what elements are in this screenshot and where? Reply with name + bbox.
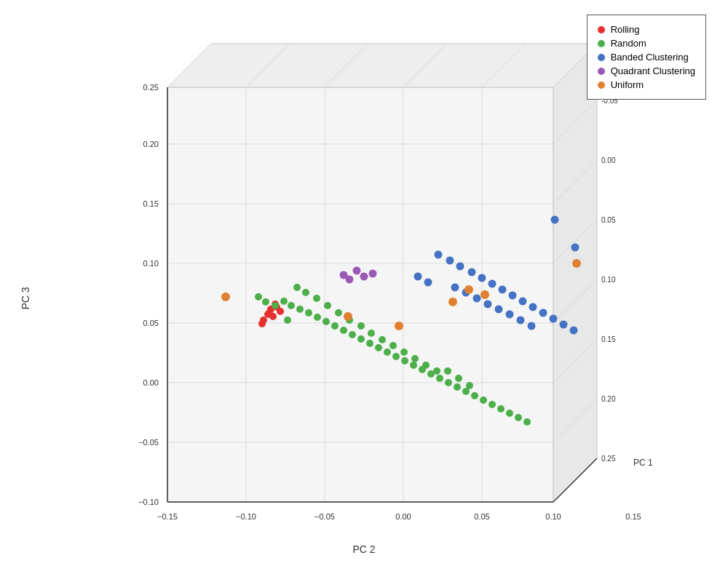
legend-dot-random [598, 40, 605, 47]
point-random [375, 344, 382, 351]
svg-text:0.00: 0.00 [395, 512, 411, 521]
point-quadrant [369, 270, 377, 278]
svg-marker-3 [553, 44, 597, 502]
svg-text:0.15: 0.15 [143, 199, 159, 208]
point-random [466, 382, 473, 389]
point-banded [435, 251, 443, 259]
svg-text:−0.10: −0.10 [138, 498, 159, 506]
legend-dot-uniform [598, 81, 605, 89]
svg-text:0.05: 0.05 [601, 216, 616, 224]
svg-text:0.25: 0.25 [601, 455, 616, 463]
point-uniform [480, 290, 489, 299]
point-random [288, 302, 295, 309]
svg-text:0.10: 0.10 [545, 512, 561, 521]
point-banded [539, 309, 547, 317]
point-banded [528, 322, 536, 330]
point-random [324, 302, 331, 309]
point-random [335, 309, 342, 316]
svg-text:0.00: 0.00 [601, 156, 616, 164]
svg-text:0.15: 0.15 [601, 335, 616, 343]
point-random [400, 348, 408, 356]
legend-dot-banded [598, 54, 605, 61]
point-random [323, 318, 330, 325]
point-quadrant [346, 276, 354, 284]
point-random [392, 353, 400, 360]
legend: Rolling Random Banded Clustering Quadran… [587, 15, 706, 100]
point-banded [424, 279, 432, 287]
legend-label-rolling: Rolling [611, 24, 640, 35]
point-random [357, 322, 365, 330]
point-banded [414, 273, 422, 281]
point-banded [478, 274, 486, 282]
legend-item-uniform: Uniform [598, 79, 695, 90]
point-banded [484, 300, 492, 308]
point-random [349, 331, 356, 338]
legend-item-banded: Banded Clustering [598, 52, 695, 63]
svg-text:0.00: 0.00 [143, 378, 159, 387]
svg-text:PC 3: PC 3 [20, 287, 31, 309]
point-random [384, 348, 391, 356]
point-uniform [344, 312, 352, 321]
point-banded [560, 321, 568, 329]
point-random [433, 367, 440, 375]
point-random [293, 284, 301, 291]
point-random [357, 335, 365, 343]
point-banded [551, 216, 559, 224]
point-random [331, 322, 339, 330]
legend-item-quadrant: Quadrant Clustering [598, 65, 695, 76]
point-random [454, 383, 461, 391]
svg-text:−0.15: −0.15 [157, 512, 178, 521]
point-random [296, 306, 304, 313]
point-random [444, 367, 451, 375]
legend-label-quadrant: Quadrant Clustering [611, 65, 695, 76]
point-quadrant [353, 267, 361, 275]
point-random [411, 355, 419, 362]
legend-label-random: Random [611, 38, 646, 49]
point-banded [519, 298, 527, 306]
point-banded [529, 303, 537, 311]
legend-item-random: Random [598, 38, 695, 49]
point-random [410, 362, 417, 369]
svg-text:0.10: 0.10 [601, 276, 616, 284]
svg-text:0.05: 0.05 [143, 319, 159, 327]
svg-text:−0.10: −0.10 [236, 512, 256, 521]
point-banded [473, 295, 481, 303]
svg-text:0.20: 0.20 [143, 140, 159, 148]
point-random [436, 375, 443, 382]
point-random [515, 414, 522, 421]
point-rolling [264, 311, 272, 318]
point-banded [451, 284, 459, 292]
point-banded [468, 268, 476, 276]
point-random [506, 410, 513, 417]
point-random [471, 392, 478, 399]
chart-container: −0.10 −0.05 0.00 0.05 0.10 0.15 0.20 0.2… [0, 0, 728, 582]
point-uniform [448, 298, 457, 306]
point-uniform [572, 259, 581, 268]
point-banded [570, 327, 578, 335]
point-rolling [277, 308, 284, 315]
point-random [340, 327, 347, 334]
point-banded [550, 315, 558, 323]
legend-item-rolling: Rolling [598, 24, 695, 35]
point-random [305, 309, 312, 316]
point-random [497, 405, 505, 412]
point-banded [509, 292, 517, 300]
svg-text:0.25: 0.25 [143, 83, 159, 92]
point-rolling [258, 320, 266, 327]
svg-text:0.10: 0.10 [143, 259, 159, 268]
svg-text:0.05: 0.05 [474, 512, 489, 521]
point-random [366, 340, 373, 347]
point-random [302, 289, 309, 296]
legend-dot-rolling [598, 26, 605, 33]
legend-label-banded: Banded Clustering [611, 52, 689, 63]
point-random [262, 298, 269, 306]
point-random [314, 314, 321, 321]
point-random [255, 293, 262, 300]
point-banded [495, 306, 503, 314]
point-random [480, 396, 487, 404]
svg-text:PC 1: PC 1 [633, 458, 653, 468]
point-banded [456, 263, 464, 271]
point-random [368, 330, 375, 337]
svg-text:0.20: 0.20 [601, 395, 616, 403]
point-random [401, 357, 408, 364]
